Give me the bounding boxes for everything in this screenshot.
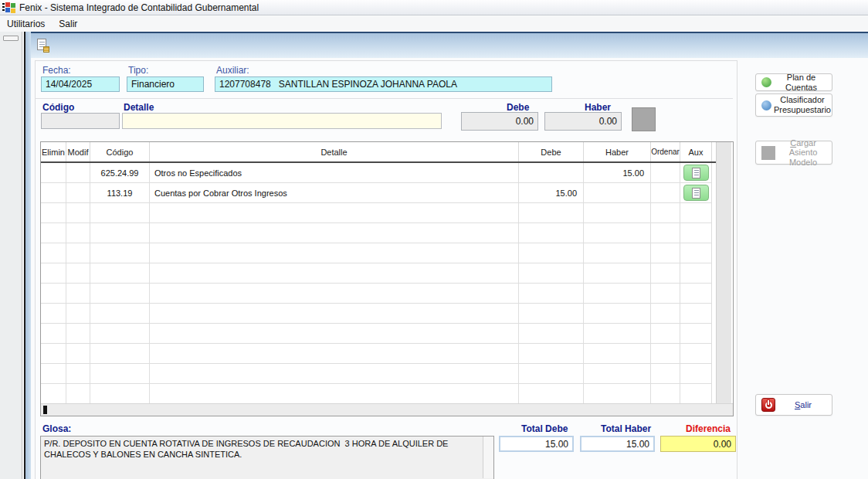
fecha-input[interactable]	[41, 76, 120, 92]
detalle-input[interactable]	[122, 113, 442, 129]
col-header-elimin[interactable]: Elimin	[41, 142, 66, 161]
list-document-icon	[692, 168, 700, 178]
aux-button[interactable]	[683, 165, 709, 181]
child-window-frame-edge	[25, 32, 31, 479]
debe-input[interactable]	[461, 112, 538, 131]
codigo-label: Código	[42, 102, 74, 113]
total-haber-field	[580, 436, 655, 452]
scrollbar-thumb[interactable]	[43, 406, 47, 414]
haber-input[interactable]	[544, 112, 622, 131]
table-row[interactable]: 625.24.99 Otros no Especificados 15.00	[41, 163, 716, 183]
row-detalle: Otros no Especificados	[150, 163, 519, 183]
diferencia-label: Diferencia	[686, 423, 731, 434]
total-debe-field	[499, 436, 574, 452]
entry-action-button[interactable]	[632, 107, 656, 131]
menu-item-utilitarios[interactable]: Utilitarios	[0, 17, 52, 31]
tipo-label: Tipo:	[128, 65, 148, 76]
total-debe-label: Total Debe	[521, 423, 568, 434]
menu-item-salir[interactable]: Salir	[52, 17, 84, 31]
col-header-detalle[interactable]: Detalle	[150, 142, 519, 161]
fecha-label: Fecha:	[42, 65, 71, 76]
menu-bar: Utilitarios Salir	[0, 16, 868, 32]
row-debe	[519, 163, 584, 183]
document-copy-icon[interactable]	[37, 39, 49, 53]
table-row-empty	[41, 304, 716, 324]
green-sphere-icon	[761, 77, 771, 87]
app-window: Fenix - Sistema Integrado de Contabilida…	[0, 0, 868, 479]
tipo-input[interactable]	[127, 76, 204, 92]
windows-logo-icon	[2, 2, 15, 13]
salir-button[interactable]: Salir	[755, 394, 832, 416]
auxiliar-input[interactable]	[215, 76, 552, 92]
table-row-empty	[41, 243, 716, 263]
grid-vertical-scrollbar[interactable]	[716, 142, 731, 403]
table-row-empty	[41, 324, 716, 344]
table-row-empty	[41, 223, 716, 243]
row-haber: 15.00	[584, 163, 651, 183]
plan-de-cuentas-button[interactable]: Plan de Cuentas	[755, 73, 832, 91]
left-collapsed-panel	[0, 32, 22, 479]
entries-grid: Elimin Modif Código Detalle Debe Haber O…	[40, 141, 734, 416]
separator-line	[36, 98, 733, 99]
codigo-input[interactable]	[41, 113, 120, 129]
table-row-empty	[41, 203, 716, 223]
grid-header-row: Elimin Modif Código Detalle Debe Haber O…	[41, 142, 716, 163]
col-header-ordenar[interactable]: Ordenar	[651, 142, 680, 161]
power-icon	[761, 398, 775, 412]
glosa-vertical-scrollbar[interactable]	[483, 437, 493, 478]
list-document-icon	[692, 188, 700, 199]
table-row-empty	[41, 384, 716, 404]
grid-horizontal-scrollbar[interactable]	[41, 403, 734, 416]
col-header-codigo[interactable]: Código	[90, 142, 150, 161]
row-codigo: 625.24.99	[90, 163, 150, 183]
blue-sphere-icon	[761, 100, 771, 110]
window-title: Fenix - Sistema Integrado de Contabilida…	[19, 2, 259, 13]
glosa-textarea[interactable]: P/R. DEPOSITO EN CUENTA ROTATIVA DE INGR…	[40, 436, 494, 479]
total-haber-label: Total Haber	[601, 423, 651, 434]
cargar-asiento-modelo-button[interactable]: Cargar Asiento Modelo	[755, 141, 832, 165]
splitter-handle[interactable]	[3, 36, 19, 41]
col-header-haber[interactable]: Haber	[584, 142, 651, 161]
debe-label: Debe	[507, 102, 529, 113]
haber-label: Haber	[585, 102, 611, 113]
table-row-empty	[41, 263, 716, 284]
gray-square-icon	[761, 146, 775, 160]
table-row-empty	[41, 364, 716, 384]
table-row-empty	[41, 344, 716, 364]
row-codigo: 113.19	[90, 183, 150, 203]
diferencia-field	[660, 436, 736, 452]
glosa-label: Glosa:	[42, 423, 71, 434]
col-header-aux[interactable]: Aux	[680, 142, 712, 161]
table-row-empty	[41, 284, 716, 304]
row-detalle: Cuentas por Cobrar Otros Ingresos	[150, 183, 519, 203]
auxiliar-label: Auxiliar:	[216, 65, 249, 76]
title-bar: Fenix - Sistema Integrado de Contabilida…	[0, 0, 868, 15]
clasificador-presupuestario-button[interactable]: Clasificador Presupuestario	[755, 93, 832, 117]
col-header-modif[interactable]: Modif	[66, 142, 90, 161]
table-row[interactable]: 113.19 Cuentas por Cobrar Otros Ingresos…	[41, 183, 716, 203]
row-debe: 15.00	[519, 183, 584, 203]
col-header-debe[interactable]: Debe	[519, 142, 584, 161]
row-haber	[584, 183, 651, 203]
toolbar	[31, 32, 868, 58]
detalle-label: Detalle	[124, 102, 154, 113]
aux-button[interactable]	[683, 185, 709, 201]
